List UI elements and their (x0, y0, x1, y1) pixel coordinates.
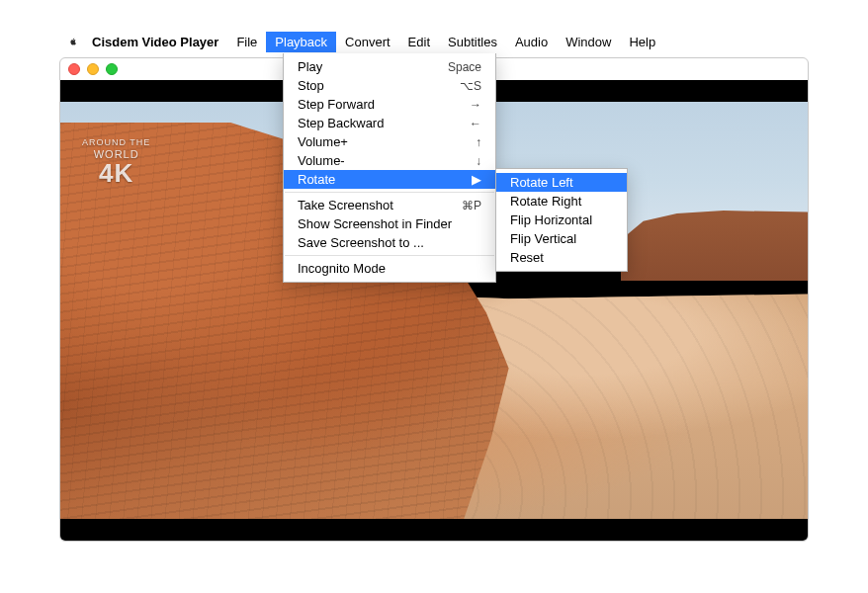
menu-label: Rotate Right (510, 194, 581, 209)
window-zoom-button[interactable] (106, 63, 118, 75)
system-menubar: Cisdem Video Player File Playback Conver… (59, 30, 809, 53)
submenu-rotate-right[interactable]: Rotate Right (496, 192, 627, 211)
watermark-line3: 4K (82, 160, 150, 186)
menu-label: Volume- (298, 153, 345, 168)
window-minimize-button[interactable] (87, 63, 99, 75)
window-close-button[interactable] (68, 63, 80, 75)
menu-label: Show Screenshot in Finder (298, 216, 452, 231)
menu-shortcut: ↑ (444, 135, 481, 149)
menu-stop[interactable]: Stop ⌥S (284, 76, 495, 95)
menu-label: Stop (298, 78, 324, 93)
menu-incognito[interactable]: Incognito Mode (284, 259, 495, 278)
menu-playback[interactable]: Playback (266, 32, 336, 52)
menu-rotate[interactable]: Rotate ▶ (284, 170, 495, 189)
menu-label: Take Screenshot (298, 198, 393, 212)
menu-step-forward[interactable]: Step Forward → (284, 95, 495, 114)
video-watermark: AROUND THE WORLD 4K (82, 137, 150, 186)
menu-subtitles[interactable]: Subtitles (439, 32, 506, 52)
menu-label: Flip Horizontal (510, 212, 592, 227)
menu-shortcut: ← (444, 117, 481, 130)
menu-window[interactable]: Window (557, 32, 620, 52)
submenu-rotate-left[interactable]: Rotate Left (496, 173, 627, 192)
apple-menu-icon[interactable] (63, 35, 83, 48)
menu-volume-up[interactable]: Volume+ ↑ (284, 132, 495, 151)
menu-convert[interactable]: Convert (336, 32, 399, 52)
menu-label: Volume+ (298, 134, 348, 149)
submenu-reset[interactable]: Reset (496, 248, 627, 267)
menu-label: Flip Vertical (510, 231, 576, 246)
menu-label: Rotate Left (510, 175, 573, 190)
menu-take-screenshot[interactable]: Take Screenshot ⌘P (284, 196, 495, 214)
menu-label: Step Forward (298, 97, 375, 112)
menu-help[interactable]: Help (620, 32, 664, 52)
menu-shortcut: ↓ (444, 154, 481, 168)
submenu-arrow-icon: ▶ (472, 172, 481, 187)
rotate-submenu: Rotate Left Rotate Right Flip Horizontal… (495, 168, 628, 272)
submenu-flip-vertical[interactable]: Flip Vertical (496, 229, 627, 248)
menu-shortcut: Space (444, 60, 481, 74)
menu-file[interactable]: File (227, 32, 266, 52)
menu-label: Step Backward (298, 116, 384, 130)
menu-edit[interactable]: Edit (399, 32, 439, 52)
menu-shortcut: ⌥S (444, 79, 481, 93)
menu-label: Play (298, 59, 322, 74)
menu-label: Incognito Mode (298, 261, 386, 276)
watermark-line1: AROUND THE (82, 137, 150, 147)
app-name[interactable]: Cisdem Video Player (83, 32, 227, 52)
menu-save-screenshot-to[interactable]: Save Screenshot to ... (284, 233, 495, 252)
menu-shortcut: → (444, 98, 481, 112)
playback-dropdown: Play Space Stop ⌥S Step Forward → Step B… (283, 53, 496, 283)
menu-shortcut: ⌘P (444, 199, 481, 212)
menu-label: Reset (510, 250, 544, 265)
menu-show-screenshot[interactable]: Show Screenshot in Finder (284, 214, 495, 233)
menu-label: Rotate (298, 172, 335, 187)
menu-volume-down[interactable]: Volume- ↓ (284, 151, 495, 170)
menu-separator (285, 192, 494, 193)
menu-step-backward[interactable]: Step Backward ← (284, 114, 495, 132)
menu-separator (285, 255, 494, 256)
menu-label: Save Screenshot to ... (298, 235, 424, 250)
menu-audio[interactable]: Audio (506, 32, 557, 52)
menu-play[interactable]: Play Space (284, 57, 495, 76)
submenu-flip-horizontal[interactable]: Flip Horizontal (496, 211, 627, 229)
